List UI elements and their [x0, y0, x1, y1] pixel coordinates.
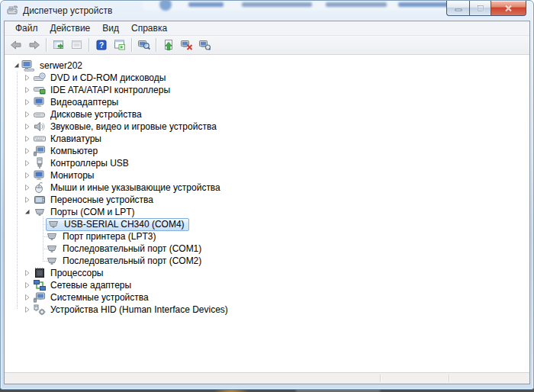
tree-item-monitors[interactable]: Мониторы: [5, 169, 529, 182]
properties-button[interactable]: [135, 36, 153, 54]
tree-item-printer-port-lpt3[interactable]: Порт принтера (LPT3): [5, 230, 529, 243]
tree-item-label: Порты (COM и LPT): [49, 207, 137, 217]
tree-item-disk-drives[interactable]: Дисковые устройства: [5, 108, 529, 120]
hid-device-icon: [34, 304, 46, 316]
tree-item-computer[interactable]: Компьютер: [5, 145, 529, 157]
tree-item-label: Устройства HID (Human Interface Devices): [49, 304, 230, 315]
selected-item-highlight[interactable]: USB-SERIAL CH340 (COM4): [46, 218, 189, 231]
toolbar-separator: [88, 38, 90, 52]
expander-collapsed-icon[interactable]: [24, 111, 31, 117]
menu-help[interactable]: Справка: [125, 22, 173, 34]
window-controls: [446, 1, 526, 16]
maximize-icon: [477, 5, 484, 12]
tree-item-system-devices[interactable]: Системные устройства: [5, 291, 529, 304]
menu-view[interactable]: Вид: [96, 22, 125, 34]
close-button[interactable]: [491, 1, 526, 16]
tree-item-label: Последовательный порт (COM2): [61, 255, 203, 266]
tree-item-video-adapters[interactable]: Видеоадаптеры: [5, 96, 529, 108]
menu-action[interactable]: Действие: [44, 22, 97, 34]
tree-item-serwer202[interactable]: serwer202: [5, 59, 529, 72]
tree-item-portable-devices[interactable]: Переносные устройства: [5, 194, 529, 206]
minimize-button[interactable]: [446, 1, 469, 16]
tree-item-label: USB-SERIAL CH340 (COM4): [63, 219, 186, 230]
maximize-button[interactable]: [469, 1, 491, 16]
ide-controller-icon: [34, 84, 46, 96]
update-driver-button[interactable]: [159, 36, 178, 54]
tree-item-label: Клавиатуры: [49, 133, 103, 144]
tree-item-mice[interactable]: Мыши и иные указывающие устройства: [5, 182, 529, 194]
tree-item-network-adapters[interactable]: Сетевые адаптеры: [5, 279, 529, 291]
expander-collapsed-icon[interactable]: [24, 294, 31, 300]
back-button[interactable]: [7, 36, 25, 54]
processor-icon: [34, 267, 46, 279]
expander-collapsed-icon[interactable]: [24, 160, 31, 166]
tree-item-keyboards[interactable]: Клавиатуры: [5, 133, 529, 145]
device-tree: serwer202 DVD и CD-ROM дисководы IDE ATA…: [5, 55, 529, 316]
status-bar: [5, 372, 529, 384]
system-device-icon: [34, 291, 46, 304]
tree-item-label: Дисковые устройства: [49, 109, 143, 120]
tree-item-hid-devices[interactable]: Устройства HID (Human Interface Devices): [5, 304, 529, 316]
tree-item-processors[interactable]: Процессоры: [5, 267, 529, 279]
expander-collapsed-icon[interactable]: [24, 87, 31, 93]
tree-item-label: Переносные устройства: [49, 194, 155, 205]
tree-item-usb-serial-ch340[interactable]: USB-SERIAL CH340 (COM4): [5, 218, 529, 230]
status-bar-separator: [380, 374, 381, 382]
tree-panel: serwer202 DVD и CD-ROM дисководы IDE ATA…: [5, 55, 529, 372]
expander-collapsed-icon[interactable]: [24, 197, 31, 203]
expander-collapsed-icon[interactable]: [24, 136, 31, 142]
status-bar-separator: [449, 374, 450, 382]
tree-item-label: Системные устройства: [49, 292, 150, 303]
toolbar: [5, 36, 529, 55]
expander-collapsed-icon[interactable]: [24, 270, 31, 276]
scan-hardware-icon: [199, 39, 211, 51]
forward-arrow-icon: [28, 39, 40, 51]
audio-device-icon: [34, 120, 46, 133]
tree-item-sound-video-game[interactable]: Звуковые, видео и игровые устройства: [5, 120, 529, 133]
tree-item-label: Последовательный порт (COM1): [61, 243, 203, 254]
uninstall-device-icon: [181, 39, 193, 51]
tree-item-ports-com-lpt[interactable]: Порты (COM и LPT): [5, 206, 529, 218]
tree-item-label: Процессоры: [49, 268, 105, 278]
expander-collapsed-icon[interactable]: [24, 282, 31, 288]
expander-expanded-icon[interactable]: [24, 209, 31, 215]
toolbar-separator: [131, 38, 133, 52]
tree-item-ide-ata-atapi[interactable]: IDE ATA/ATAPI контроллеры: [5, 84, 529, 96]
glass-see-through-content: [143, 1, 463, 11]
tree-guide-line: [43, 224, 48, 225]
serial-port-icon: [47, 218, 60, 230]
action-pane-icon: [114, 39, 126, 51]
update-driver-icon: [162, 39, 175, 51]
portable-device-icon: [34, 194, 46, 206]
uninstall-device-button[interactable]: [178, 36, 196, 54]
expander-collapsed-icon[interactable]: [24, 124, 31, 130]
tree-guide-line: [17, 72, 18, 310]
mouse-icon: [34, 182, 46, 194]
tree-item-serial-port-com2[interactable]: Последовательный порт (COM2): [5, 255, 529, 267]
back-arrow-icon: [10, 39, 22, 51]
expander-collapsed-icon[interactable]: [24, 75, 31, 81]
expander-collapsed-icon[interactable]: [24, 99, 31, 105]
window-title: Диспетчер устройств: [23, 5, 112, 16]
expander-collapsed-icon[interactable]: [24, 185, 31, 191]
show-console-tree-button[interactable]: [50, 36, 68, 54]
network-adapter-icon: [34, 279, 46, 291]
expander-collapsed-icon[interactable]: [24, 172, 31, 178]
action-pane-button[interactable]: [111, 36, 129, 54]
forward-button[interactable]: [25, 36, 43, 54]
tree-item-dvd-cdrom[interactable]: DVD и CD-ROM дисководы: [5, 72, 529, 84]
expander-collapsed-icon[interactable]: [24, 148, 31, 154]
help-button[interactable]: [92, 36, 111, 54]
export-list-button[interactable]: [68, 36, 86, 54]
expander-expanded-icon[interactable]: [14, 63, 20, 69]
toolbar-separator: [156, 38, 157, 52]
tree-guide-line: [43, 236, 48, 237]
scan-hardware-changes-button[interactable]: [196, 36, 214, 54]
tree-item-label: Компьютер: [49, 146, 99, 156]
dvd-drive-icon: [34, 72, 46, 84]
expander-collapsed-icon[interactable]: [24, 307, 31, 313]
minimize-icon: [455, 5, 462, 11]
tree-item-usb-controllers[interactable]: Контроллеры USB: [5, 157, 529, 169]
menu-file[interactable]: Файл: [9, 22, 44, 34]
tree-item-serial-port-com1[interactable]: Последовательный порт (COM1): [5, 243, 529, 255]
